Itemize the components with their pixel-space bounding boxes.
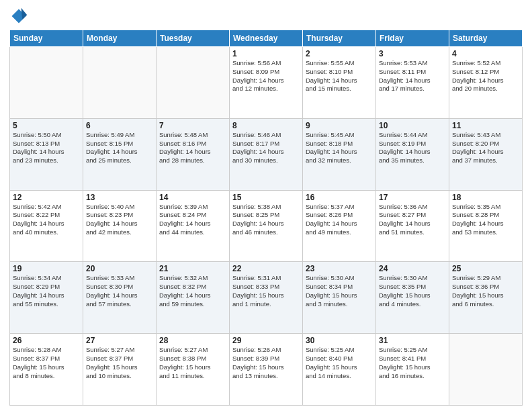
page: SundayMondayTuesdayWednesdayThursdayFrid… <box>0 0 532 411</box>
calendar-cell: 7Sunrise: 5:48 AM Sunset: 8:16 PM Daylig… <box>157 118 230 190</box>
day-info: Sunrise: 5:26 AM Sunset: 8:39 PM Dayligh… <box>232 346 300 380</box>
calendar-cell: 3Sunrise: 5:53 AM Sunset: 8:11 PM Daylig… <box>376 47 449 119</box>
calendar-cell: 12Sunrise: 5:42 AM Sunset: 8:22 PM Dayli… <box>10 190 83 262</box>
day-number: 18 <box>452 193 519 202</box>
calendar-week-row: 26Sunrise: 5:28 AM Sunset: 8:37 PM Dayli… <box>10 334 523 406</box>
day-number: 19 <box>13 264 80 273</box>
calendar-cell: 11Sunrise: 5:43 AM Sunset: 8:20 PM Dayli… <box>449 118 523 190</box>
day-number: 13 <box>86 193 153 202</box>
day-number: 14 <box>159 193 226 202</box>
calendar-cell: 1Sunrise: 5:56 AM Sunset: 8:09 PM Daylig… <box>230 47 303 119</box>
calendar-cell: 28Sunrise: 5:27 AM Sunset: 8:38 PM Dayli… <box>157 334 230 406</box>
day-number: 17 <box>379 193 446 202</box>
day-info: Sunrise: 5:32 AM Sunset: 8:32 PM Dayligh… <box>159 274 226 308</box>
calendar-cell: 20Sunrise: 5:33 AM Sunset: 8:30 PM Dayli… <box>83 262 157 334</box>
weekday-header-friday: Friday <box>376 30 449 47</box>
day-info: Sunrise: 5:28 AM Sunset: 8:37 PM Dayligh… <box>13 346 80 380</box>
day-info: Sunrise: 5:50 AM Sunset: 8:13 PM Dayligh… <box>13 131 80 165</box>
day-info: Sunrise: 5:46 AM Sunset: 8:17 PM Dayligh… <box>232 131 300 165</box>
calendar-cell: 21Sunrise: 5:32 AM Sunset: 8:32 PM Dayli… <box>157 262 230 334</box>
day-number: 22 <box>232 264 300 273</box>
day-number: 11 <box>452 121 519 130</box>
day-info: Sunrise: 5:43 AM Sunset: 8:20 PM Dayligh… <box>452 131 519 165</box>
day-info: Sunrise: 5:25 AM Sunset: 8:41 PM Dayligh… <box>379 346 446 380</box>
calendar-cell: 10Sunrise: 5:44 AM Sunset: 8:19 PM Dayli… <box>376 118 449 190</box>
day-number: 6 <box>86 121 153 130</box>
day-number: 23 <box>306 264 373 273</box>
calendar-cell: 19Sunrise: 5:34 AM Sunset: 8:29 PM Dayli… <box>10 262 83 334</box>
day-number: 25 <box>452 264 519 273</box>
day-number: 10 <box>379 121 446 130</box>
day-number: 1 <box>232 49 300 58</box>
calendar-cell: 29Sunrise: 5:26 AM Sunset: 8:39 PM Dayli… <box>230 334 303 406</box>
day-info: Sunrise: 5:48 AM Sunset: 8:16 PM Dayligh… <box>159 131 226 165</box>
day-info: Sunrise: 5:40 AM Sunset: 8:23 PM Dayligh… <box>86 203 153 237</box>
day-info: Sunrise: 5:27 AM Sunset: 8:37 PM Dayligh… <box>86 346 153 380</box>
day-number: 27 <box>86 336 153 345</box>
day-number: 8 <box>232 121 300 130</box>
day-info: Sunrise: 5:36 AM Sunset: 8:27 PM Dayligh… <box>379 203 446 237</box>
calendar-week-row: 1Sunrise: 5:56 AM Sunset: 8:09 PM Daylig… <box>10 47 523 119</box>
day-info: Sunrise: 5:44 AM Sunset: 8:19 PM Dayligh… <box>379 131 446 165</box>
calendar-cell: 14Sunrise: 5:39 AM Sunset: 8:24 PM Dayli… <box>157 190 230 262</box>
calendar-week-row: 5Sunrise: 5:50 AM Sunset: 8:13 PM Daylig… <box>10 118 523 190</box>
day-number: 30 <box>306 336 373 345</box>
day-number: 3 <box>379 49 446 58</box>
day-number: 15 <box>232 193 300 202</box>
weekday-header-tuesday: Tuesday <box>157 30 230 47</box>
header <box>9 7 523 26</box>
calendar-cell: 2Sunrise: 5:55 AM Sunset: 8:10 PM Daylig… <box>303 47 376 119</box>
day-info: Sunrise: 5:52 AM Sunset: 8:12 PM Dayligh… <box>452 59 519 93</box>
day-info: Sunrise: 5:37 AM Sunset: 8:26 PM Dayligh… <box>306 203 373 237</box>
calendar-cell: 16Sunrise: 5:37 AM Sunset: 8:26 PM Dayli… <box>303 190 376 262</box>
calendar-cell: 23Sunrise: 5:30 AM Sunset: 8:34 PM Dayli… <box>303 262 376 334</box>
day-info: Sunrise: 5:56 AM Sunset: 8:09 PM Dayligh… <box>232 59 300 93</box>
day-info: Sunrise: 5:25 AM Sunset: 8:40 PM Dayligh… <box>306 346 373 380</box>
calendar-table: SundayMondayTuesdayWednesdayThursdayFrid… <box>9 30 523 406</box>
day-info: Sunrise: 5:45 AM Sunset: 8:18 PM Dayligh… <box>306 131 373 165</box>
calendar-week-row: 12Sunrise: 5:42 AM Sunset: 8:22 PM Dayli… <box>10 190 523 262</box>
day-number: 2 <box>306 49 373 58</box>
calendar-cell <box>10 47 83 119</box>
day-info: Sunrise: 5:53 AM Sunset: 8:11 PM Dayligh… <box>379 59 446 93</box>
day-number: 24 <box>379 264 446 273</box>
day-number: 16 <box>306 193 373 202</box>
calendar-cell: 25Sunrise: 5:29 AM Sunset: 8:36 PM Dayli… <box>449 262 523 334</box>
calendar-cell: 27Sunrise: 5:27 AM Sunset: 8:37 PM Dayli… <box>83 334 157 406</box>
calendar-cell: 26Sunrise: 5:28 AM Sunset: 8:37 PM Dayli… <box>10 334 83 406</box>
calendar-week-row: 19Sunrise: 5:34 AM Sunset: 8:29 PM Dayli… <box>10 262 523 334</box>
day-number: 26 <box>13 336 80 345</box>
day-info: Sunrise: 5:38 AM Sunset: 8:25 PM Dayligh… <box>232 203 300 237</box>
day-number: 20 <box>86 264 153 273</box>
day-info: Sunrise: 5:30 AM Sunset: 8:34 PM Dayligh… <box>306 274 373 308</box>
weekday-header-wednesday: Wednesday <box>230 30 303 47</box>
calendar-cell: 8Sunrise: 5:46 AM Sunset: 8:17 PM Daylig… <box>230 118 303 190</box>
calendar-cell <box>83 47 157 119</box>
day-info: Sunrise: 5:42 AM Sunset: 8:22 PM Dayligh… <box>13 203 80 237</box>
day-info: Sunrise: 5:39 AM Sunset: 8:24 PM Dayligh… <box>159 203 226 237</box>
day-number: 12 <box>13 193 80 202</box>
day-number: 31 <box>379 336 446 345</box>
calendar-cell: 18Sunrise: 5:35 AM Sunset: 8:28 PM Dayli… <box>449 190 523 262</box>
day-info: Sunrise: 5:30 AM Sunset: 8:35 PM Dayligh… <box>379 274 446 308</box>
day-number: 9 <box>306 121 373 130</box>
day-number: 5 <box>13 121 80 130</box>
calendar-cell: 17Sunrise: 5:36 AM Sunset: 8:27 PM Dayli… <box>376 190 449 262</box>
calendar-cell: 30Sunrise: 5:25 AM Sunset: 8:40 PM Dayli… <box>303 334 376 406</box>
day-info: Sunrise: 5:31 AM Sunset: 8:33 PM Dayligh… <box>232 274 300 308</box>
weekday-header-saturday: Saturday <box>449 30 523 47</box>
calendar-cell: 9Sunrise: 5:45 AM Sunset: 8:18 PM Daylig… <box>303 118 376 190</box>
calendar-cell: 5Sunrise: 5:50 AM Sunset: 8:13 PM Daylig… <box>10 118 83 190</box>
day-info: Sunrise: 5:49 AM Sunset: 8:15 PM Dayligh… <box>86 131 153 165</box>
weekday-header-thursday: Thursday <box>303 30 376 47</box>
logo <box>9 7 31 26</box>
day-number: 21 <box>159 264 226 273</box>
weekday-header-monday: Monday <box>83 30 157 47</box>
calendar-cell: 22Sunrise: 5:31 AM Sunset: 8:33 PM Dayli… <box>230 262 303 334</box>
calendar-cell <box>449 334 523 406</box>
calendar-cell: 24Sunrise: 5:30 AM Sunset: 8:35 PM Dayli… <box>376 262 449 334</box>
calendar-cell: 13Sunrise: 5:40 AM Sunset: 8:23 PM Dayli… <box>83 190 157 262</box>
weekday-header-sunday: Sunday <box>10 30 83 47</box>
calendar-cell: 31Sunrise: 5:25 AM Sunset: 8:41 PM Dayli… <box>376 334 449 406</box>
day-number: 29 <box>232 336 300 345</box>
